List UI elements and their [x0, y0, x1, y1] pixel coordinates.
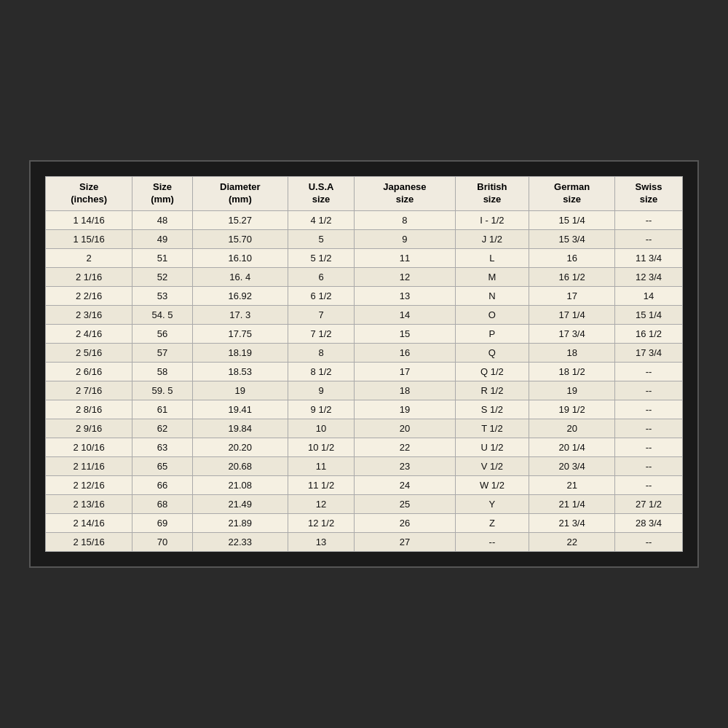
table-cell: 16. 4: [192, 267, 288, 286]
table-row: 2 3/1654. 517. 3714O17 1/415 1/4: [46, 305, 683, 324]
table-cell: 2: [46, 248, 132, 267]
table-cell: 2 4/16: [46, 324, 132, 343]
table-cell: 26: [355, 513, 455, 532]
table-cell: T 1/2: [455, 419, 529, 438]
table-cell: 20 1/4: [529, 438, 615, 456]
table-cell: 22: [529, 532, 615, 551]
table-cell: 2 14/16: [46, 513, 132, 532]
table-cell: 20.68: [192, 456, 288, 475]
table-cell: 61: [132, 400, 193, 419]
table-row: 2 8/166119.419 1/219S 1/219 1/2--: [46, 400, 683, 419]
table-cell: 7: [288, 305, 354, 324]
table-cell: 49: [132, 229, 193, 248]
table-cell: 18: [355, 381, 455, 400]
table-row: 2 10/166320.2010 1/222U 1/220 1/4--: [46, 438, 683, 456]
column-header-7: Swiss size: [615, 177, 683, 211]
table-cell: 17: [529, 286, 615, 305]
table-cell: 2 11/16: [46, 456, 132, 475]
table-cell: 1 14/16: [46, 210, 132, 229]
table-cell: 9: [355, 229, 455, 248]
table-header-row: Size (inches)Size (mm)Diameter (mm)U.S.A…: [46, 177, 683, 211]
table-cell: 20: [355, 419, 455, 438]
table-cell: 5 1/2: [288, 248, 354, 267]
table-cell: 9: [288, 381, 354, 400]
table-row: 2 7/1659. 519918R 1/219--: [46, 381, 683, 400]
table-cell: 8 1/2: [288, 362, 354, 381]
table-cell: 19: [529, 381, 615, 400]
table-row: 2 13/166821.491225Y21 1/427 1/2: [46, 494, 683, 513]
table-cell: 18.19: [192, 343, 288, 362]
table-cell: --: [455, 532, 529, 551]
table-cell: 16.92: [192, 286, 288, 305]
table-cell: 11 3/4: [615, 248, 683, 267]
table-cell: 7 1/2: [288, 324, 354, 343]
table-cell: Z: [455, 513, 529, 532]
table-cell: M: [455, 267, 529, 286]
table-cell: 25: [355, 494, 455, 513]
table-cell: 65: [132, 456, 193, 475]
table-cell: 18 1/2: [529, 362, 615, 381]
table-row: 2 14/166921.8912 1/226Z21 3/428 3/4: [46, 513, 683, 532]
table-cell: Q: [455, 343, 529, 362]
table-cell: 8: [355, 210, 455, 229]
table-cell: 17: [355, 362, 455, 381]
table-cell: 23: [355, 456, 455, 475]
table-cell: 17. 3: [192, 305, 288, 324]
table-cell: V 1/2: [455, 456, 529, 475]
table-cell: 4 1/2: [288, 210, 354, 229]
column-header-3: U.S.A size: [288, 177, 354, 211]
table-cell: 17 3/4: [529, 324, 615, 343]
table-row: 1 14/164815.274 1/28I - 1/215 1/4--: [46, 210, 683, 229]
table-row: 2 15/167022.331327--22--: [46, 532, 683, 551]
table-cell: 57: [132, 343, 193, 362]
table-row: 2 6/165818.538 1/217Q 1/218 1/2--: [46, 362, 683, 381]
table-cell: 11 1/2: [288, 475, 354, 494]
table-row: 2 12/166621.0811 1/224W 1/221--: [46, 475, 683, 494]
table-cell: 6: [288, 267, 354, 286]
table-cell: 15 1/4: [529, 210, 615, 229]
table-cell: --: [615, 229, 683, 248]
table-cell: 62: [132, 419, 193, 438]
table-cell: 2 8/16: [46, 400, 132, 419]
table-cell: 21.49: [192, 494, 288, 513]
table-cell: I - 1/2: [455, 210, 529, 229]
table-cell: P: [455, 324, 529, 343]
table-cell: 11: [288, 456, 354, 475]
table-cell: 15 3/4: [529, 229, 615, 248]
table-cell: 24: [355, 475, 455, 494]
column-header-0: Size (inches): [46, 177, 132, 211]
table-cell: 16: [529, 248, 615, 267]
ring-size-table: Size (inches)Size (mm)Diameter (mm)U.S.A…: [45, 176, 683, 552]
table-cell: --: [615, 362, 683, 381]
table-cell: --: [615, 475, 683, 494]
table-cell: 18.53: [192, 362, 288, 381]
table-row: 1 15/164915.7059J 1/215 3/4--: [46, 229, 683, 248]
table-cell: N: [455, 286, 529, 305]
table-cell: 19.41: [192, 400, 288, 419]
table-cell: W 1/2: [455, 475, 529, 494]
table-cell: 2 9/16: [46, 419, 132, 438]
table-cell: 27: [355, 532, 455, 551]
table-cell: 52: [132, 267, 193, 286]
table-cell: 15.70: [192, 229, 288, 248]
table-cell: 16.10: [192, 248, 288, 267]
table-cell: 69: [132, 513, 193, 532]
table-cell: 28 3/4: [615, 513, 683, 532]
table-cell: 2 3/16: [46, 305, 132, 324]
table-cell: --: [615, 381, 683, 400]
table-cell: 51: [132, 248, 193, 267]
table-cell: 21 3/4: [529, 513, 615, 532]
table-cell: 59. 5: [132, 381, 193, 400]
table-cell: 20 3/4: [529, 456, 615, 475]
table-cell: U 1/2: [455, 438, 529, 456]
table-cell: 15 1/4: [615, 305, 683, 324]
table-cell: 2 12/16: [46, 475, 132, 494]
table-cell: 9 1/2: [288, 400, 354, 419]
table-cell: 16 1/2: [615, 324, 683, 343]
table-cell: Y: [455, 494, 529, 513]
table-cell: 13: [288, 532, 354, 551]
table-cell: 27 1/2: [615, 494, 683, 513]
table-cell: 14: [615, 286, 683, 305]
column-header-5: British size: [455, 177, 529, 211]
table-cell: 21.89: [192, 513, 288, 532]
